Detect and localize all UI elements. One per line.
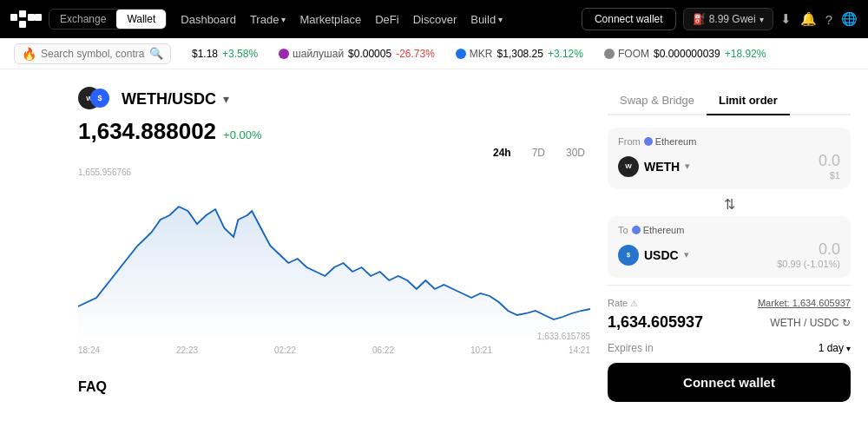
x-axis: 18:24 22:23 02:22 06:22 10:21 14:21 — [78, 345, 590, 355]
nav-link-dashboard[interactable]: Dashboard — [181, 13, 236, 26]
weth-token-icon: W — [618, 156, 639, 177]
nav-tab-wallet[interactable]: Wallet — [116, 10, 166, 29]
nav-tab-exchange[interactable]: Exchange — [49, 10, 116, 29]
nav-link-marketplace[interactable]: Marketplace — [299, 13, 361, 26]
okx-logo — [10, 10, 42, 28]
help-icon[interactable]: ? — [825, 12, 832, 27]
connect-wallet-button[interactable]: Connect wallet — [608, 363, 851, 402]
pair-icon-usdc: $ — [90, 89, 109, 108]
gas-pump-icon: ⛽ — [693, 13, 706, 25]
chart-low-label: 1,633.615785 — [537, 332, 590, 341]
main-content: W $ WETH/USDC ▾ 1,634.888002 +0.00% 24h … — [0, 69, 868, 402]
bell-icon[interactable]: 🔔 — [800, 11, 817, 27]
rate-label: Rate ⚠ — [608, 298, 638, 308]
nav-link-defi[interactable]: DeFi — [375, 13, 398, 26]
divider — [608, 285, 851, 286]
rate-market-value[interactable]: Market: 1,634.605937 — [758, 298, 851, 308]
gas-badge: ⛽ 8.99 Gwei ▾ — [683, 8, 773, 30]
ethereum-dot-2-icon — [632, 226, 641, 234]
expires-value[interactable]: 1 day ▾ — [819, 342, 851, 354]
pair-price: 1,634.888002 — [78, 118, 216, 145]
ticker-item-2: MKR $1,308.25 +3.12% — [456, 48, 583, 60]
x-label-1: 22:23 — [176, 345, 198, 355]
svg-rect-1 — [19, 10, 26, 17]
ticker-bar: 🔥 🔍 $1.18 +3.58% шайлушай $0.00005 -26.7… — [0, 38, 868, 69]
search-input[interactable] — [41, 48, 145, 60]
chart-controls: 24h 7D 30D — [78, 145, 590, 161]
chart-high-label: 1,655.956766 — [78, 168, 131, 177]
from-section: From Ethereum W WETH ▾ 0.0 $1 — [608, 128, 851, 189]
timeframe-30d[interactable]: 30D — [561, 145, 590, 161]
nav-icons: ⬇ 🔔 ? 🌐 — [780, 11, 858, 27]
nav-link-trade[interactable]: Trade ▾ — [250, 13, 286, 26]
svg-rect-4 — [35, 14, 42, 21]
ticker-item-0: $1.18 +3.58% — [192, 48, 258, 60]
pair-header: W $ WETH/USDC ▾ — [78, 87, 590, 111]
rate-refresh-icon[interactable]: ↻ — [842, 317, 851, 329]
from-chain: Ethereum — [644, 136, 697, 147]
ticker-search[interactable]: 🔥 🔍 — [14, 43, 171, 64]
usdc-token-icon: $ — [618, 245, 639, 266]
nav-connect-wallet-button[interactable]: Connect wallet — [582, 8, 676, 30]
expires-label: Expires in — [608, 342, 654, 354]
nav-tab-group: Exchange Wallet — [49, 9, 167, 30]
timeframe-7d[interactable]: 7D — [527, 145, 550, 161]
swap-direction-button[interactable]: ⇅ — [608, 196, 851, 213]
x-label-0: 18:24 — [78, 345, 100, 355]
x-label-3: 06:22 — [372, 345, 394, 355]
x-label-5: 14:21 — [569, 345, 590, 355]
gas-chevron-icon: ▾ — [760, 15, 764, 24]
expires-chevron-icon: ▾ — [846, 344, 851, 353]
from-token-dropdown-icon[interactable]: ▾ — [685, 161, 690, 172]
svg-rect-2 — [28, 14, 35, 21]
chart-container: 1,655.956766 1,633.615785 18:24 22:23 02 — [78, 168, 590, 358]
nav-links: Dashboard Trade ▾ Marketplace DeFi Disco… — [181, 13, 503, 26]
navbar: Exchange Wallet Dashboard Trade ▾ Market… — [0, 0, 868, 38]
expires-row: Expires in 1 day ▾ — [608, 342, 851, 354]
faq-title: FAQ — [78, 379, 590, 395]
svg-rect-3 — [19, 21, 26, 28]
from-token-row: W WETH ▾ 0.0 $1 — [618, 152, 840, 181]
ticker-item-3: FOOM $0.000000039 +18.92% — [604, 48, 766, 60]
x-label-4: 10:21 — [470, 345, 492, 355]
to-chain: Ethereum — [632, 225, 685, 235]
to-token-dropdown-icon[interactable]: ▾ — [684, 249, 689, 260]
panel-tabs: Swap & Bridge Limit order — [608, 87, 851, 115]
rate-row: Rate ⚠ Market: 1,634.605937 — [608, 294, 851, 308]
fire-icon: 🔥 — [22, 47, 36, 61]
nav-link-build[interactable]: Build ▾ — [470, 13, 503, 26]
chart-area: W $ WETH/USDC ▾ 1,634.888002 +0.00% 24h … — [78, 87, 590, 402]
from-token-name: WETH — [644, 160, 680, 174]
download-icon[interactable]: ⬇ — [780, 11, 792, 27]
pair-icons: W $ — [78, 87, 115, 111]
svg-rect-0 — [10, 14, 17, 21]
rate-pair-label: WETH / USDC ↻ — [770, 317, 851, 329]
ticker-item-1: шайлушай $0.00005 -26.73% — [279, 48, 435, 60]
pair-change: +0.00% — [223, 128, 261, 141]
rate-section: Rate ⚠ Market: 1,634.605937 1,634.605937… — [608, 291, 851, 335]
rate-value-row: 1,634.605937 WETH / USDC ↻ — [608, 313, 851, 332]
price-chart — [78, 168, 590, 341]
faq-section: FAQ — [78, 379, 590, 395]
rate-info-icon: ⚠ — [630, 299, 638, 308]
pair-price-row: 1,634.888002 +0.00% — [78, 118, 590, 145]
globe-icon[interactable]: 🌐 — [841, 11, 858, 27]
rate-big-value: 1,634.605937 — [608, 313, 703, 332]
to-token-name: USDC — [644, 248, 679, 262]
pair-name: WETH/USDC — [122, 90, 216, 108]
search-icon: 🔍 — [149, 47, 163, 60]
timeframe-24h[interactable]: 24h — [488, 145, 516, 161]
pair-dropdown-icon[interactable]: ▾ — [223, 92, 229, 106]
to-amount: 0.0 $0.99 (-1.01%) — [777, 240, 840, 269]
from-label: From Ethereum — [618, 136, 840, 147]
x-label-2: 02:22 — [274, 345, 296, 355]
tab-swap-bridge[interactable]: Swap & Bridge — [608, 87, 707, 115]
from-token-left: W WETH ▾ — [618, 156, 690, 177]
nav-link-discover[interactable]: Discover — [413, 13, 457, 26]
from-amount: 0.0 $1 — [819, 152, 840, 181]
to-token-row: $ USDC ▾ 0.0 $0.99 (-1.01%) — [618, 240, 840, 269]
to-label: To Ethereum — [618, 225, 840, 235]
ethereum-dot-icon — [644, 137, 653, 146]
to-section: To Ethereum $ USDC ▾ 0.0 $0.99 (-1.01%) — [608, 216, 851, 278]
tab-limit-order[interactable]: Limit order — [707, 87, 790, 115]
